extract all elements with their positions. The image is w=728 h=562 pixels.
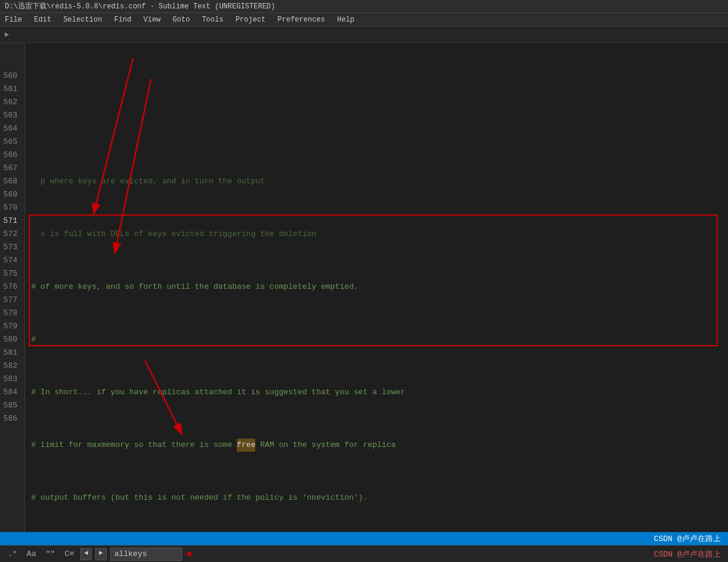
code-line-560: # of more keys, and so forth until the d… xyxy=(31,280,728,294)
line-num-581: 581 xyxy=(0,346,22,359)
editor-body: 560 561 562 563 564 565 566 567 568 569 … xyxy=(0,43,728,562)
line-num-578: 578 xyxy=(0,307,22,320)
whole-word-option[interactable]: "" xyxy=(43,548,58,560)
menu-file[interactable]: File xyxy=(2,16,25,24)
menu-view[interactable]: View xyxy=(141,16,163,24)
prev-button[interactable]: ◄ xyxy=(80,548,92,560)
line-num-580: 580 xyxy=(0,333,22,346)
line-num-572: 572 xyxy=(0,228,22,241)
line-num-569: 569 xyxy=(0,188,22,201)
menu-tools[interactable]: Tools xyxy=(200,16,226,24)
line-num-584: 584 xyxy=(0,386,22,399)
line-num-571: 571 xyxy=(0,214,22,228)
menu-selection[interactable]: Selection xyxy=(61,16,105,24)
annotations-svg xyxy=(25,43,726,463)
line-num-582: 582 xyxy=(0,359,22,373)
code-line-561: # xyxy=(31,333,728,346)
menu-project[interactable]: Project xyxy=(233,16,268,24)
menu-find[interactable]: Find xyxy=(111,16,134,24)
line-num-570: 570 xyxy=(0,201,22,214)
menu-preferences[interactable]: Preferences xyxy=(275,16,327,24)
status-bar: CSDN @卢卢在路上 xyxy=(0,532,728,545)
line-num-575: 575 xyxy=(0,267,22,280)
find-input[interactable] xyxy=(110,548,182,561)
line-num-568: 568 xyxy=(0,175,22,188)
code-line-top2: s is full with DELs of keys evicted trig… xyxy=(31,228,728,241)
line-num-583: 583 xyxy=(0,373,22,386)
line-num-579: 579 xyxy=(0,320,22,333)
code-line-562: # In short... if you have replicas attac… xyxy=(31,386,728,399)
toolbar-icon: ▶ xyxy=(5,30,9,39)
line-num-576: 576 xyxy=(0,280,22,294)
line-num-573: 573 xyxy=(0,241,22,254)
menu-bar: File Edit Selection Find View Goto Tools… xyxy=(0,13,728,26)
menu-help[interactable]: Help xyxy=(335,16,357,24)
line-num-566: 566 xyxy=(0,149,22,162)
svg-line-1 xyxy=(94,58,133,212)
csdn-watermark: CSDN @卢卢在路上 xyxy=(654,549,721,560)
title-bar: D:\迅雷下载\redis-5.0.8\redis.conf - Sublime… xyxy=(0,0,728,13)
menu-goto[interactable]: Goto xyxy=(170,16,192,24)
code-line-564: # output buffers (but this is not needed… xyxy=(31,491,728,504)
line-num-561: 561 xyxy=(0,83,22,96)
line-num-574: 574 xyxy=(0,254,22,267)
csdn-label: CSDN @卢卢在路上 xyxy=(654,533,721,544)
editor-container: 560 561 562 563 564 565 566 567 568 569 … xyxy=(0,43,728,562)
find-bar[interactable]: .* Aa "" C≡ ◄ ► ◄ CSDN @卢卢在路上 xyxy=(0,545,728,562)
title-text: D:\迅雷下载\redis-5.0.8\redis.conf - Sublime… xyxy=(5,1,275,11)
line-num-577: 577 xyxy=(0,294,22,307)
case-option[interactable]: Aa xyxy=(24,548,40,560)
line-num-567: 567 xyxy=(0,162,22,175)
line-num-565: 565 xyxy=(0,135,22,149)
next-button[interactable]: ► xyxy=(95,548,107,560)
line-num-562: 562 xyxy=(0,96,22,109)
code-line-top1: p where keys are evicted, and in turn th… xyxy=(31,175,728,188)
line-num-564: 564 xyxy=(0,122,22,135)
regex-option[interactable]: .* xyxy=(5,548,20,560)
code-area[interactable]: p where keys are evicted, and in turn th… xyxy=(25,43,728,562)
line-num-top2 xyxy=(0,56,22,70)
line-num-top1 xyxy=(0,43,22,56)
line-num-585: 585 xyxy=(0,399,22,412)
find-arrow-icon: ◄ xyxy=(186,549,192,560)
line-num-560: 560 xyxy=(0,70,22,83)
line-num-586: 586 xyxy=(0,412,22,425)
highlight-option[interactable]: C≡ xyxy=(62,548,77,560)
toolbar: ▶ xyxy=(0,26,728,43)
menu-edit[interactable]: Edit xyxy=(32,16,54,24)
code-line-563: # limit for maxmemory so that there is s… xyxy=(31,439,728,452)
svg-line-2 xyxy=(115,79,151,252)
line-number-column: 560 561 562 563 564 565 566 567 568 569 … xyxy=(0,43,25,562)
line-num-563: 563 xyxy=(0,109,22,122)
